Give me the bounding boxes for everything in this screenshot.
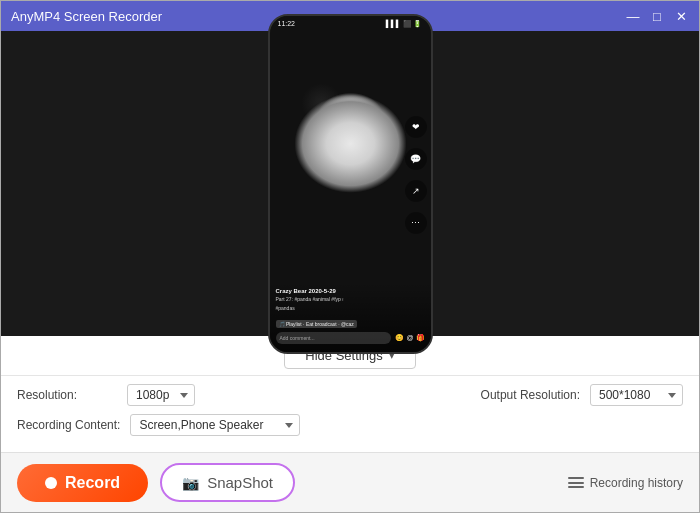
resolution-select-wrapper: 1080p 720p 480p [127, 384, 195, 406]
resolution-select[interactable]: 1080p 720p 480p [127, 384, 195, 406]
record-label: Record [65, 474, 120, 492]
video-tags: #pandas [276, 305, 425, 311]
record-button[interactable]: Record [17, 464, 148, 502]
recording-history-label: Recording history [590, 476, 683, 490]
video-title: Crazy Bear 2020-5-29 [276, 288, 425, 294]
recording-history-button[interactable]: Recording history [568, 476, 683, 490]
record-dot-icon [45, 477, 57, 489]
video-playlist: 🎵 Playlist · Eat broadcast · @caz [276, 320, 357, 328]
recording-content-row: Recording Content: Screen,Phone Speaker … [17, 414, 683, 436]
like-icon: ❤ [405, 116, 427, 138]
minimize-button[interactable]: — [625, 10, 641, 23]
recording-content-label: Recording Content: [17, 418, 120, 432]
comment-placeholder: Add comment... [280, 335, 315, 341]
emoji-icon: 😊 [395, 334, 404, 342]
action-bar: Record 📷 SnapShot Recording history [1, 452, 699, 512]
more-icon: ⋯ [405, 212, 427, 234]
settings-panel: Resolution: 1080p 720p 480p Output Resol… [1, 375, 699, 452]
output-resolution-select[interactable]: 500*1080 1080*1920 720*1280 [590, 384, 683, 406]
close-button[interactable]: ✕ [673, 10, 689, 23]
app-window: AnyMP4 Screen Recorder — □ ✕ 11:22 ▌▌▌ ⬛… [0, 0, 700, 513]
gift-icon: 🎁 [416, 334, 425, 342]
phone-time: 11:22 [278, 20, 296, 28]
phone-screen: 11:22 ▌▌▌ ⬛ 🔋 ❤ 💬 ↗ ⋯ Crazy Bear 2020-5-… [270, 16, 431, 352]
recording-content-select-wrapper: Screen,Phone Speaker Screen only Screen,… [130, 414, 300, 436]
phone-signal: ▌▌▌ ⬛ 🔋 [386, 20, 423, 28]
video-info-overlay: Crazy Bear 2020-5-29 Part 27: #panda #an… [270, 282, 431, 352]
at-icon: @ [406, 334, 413, 342]
phone-status-bar: 11:22 ▌▌▌ ⬛ 🔋 [270, 20, 431, 28]
output-resolution-select-wrapper: 500*1080 1080*1920 720*1280 [590, 384, 683, 406]
output-resolution-label: Output Resolution: [481, 388, 580, 402]
comment-icons: 😊 @ 🎁 [395, 334, 424, 342]
camera-icon: 📷 [182, 475, 199, 491]
window-controls: — □ ✕ [625, 10, 689, 23]
resolution-row: Resolution: 1080p 720p 480p Output Resol… [17, 384, 683, 406]
snapshot-label: SnapShot [207, 474, 273, 491]
recording-content-select[interactable]: Screen,Phone Speaker Screen only Screen,… [130, 414, 300, 436]
maximize-button[interactable]: □ [649, 10, 665, 23]
comment-icon: 💬 [405, 148, 427, 170]
comment-bar: Add comment... 😊 @ 🎁 [276, 332, 425, 344]
video-desc: Part 27: #panda #animal #fyp♀ [276, 296, 425, 302]
resolution-label: Resolution: [17, 388, 117, 402]
preview-area: 11:22 ▌▌▌ ⬛ 🔋 ❤ 💬 ↗ ⋯ Crazy Bear 2020-5-… [1, 31, 699, 336]
phone-mockup: 11:22 ▌▌▌ ⬛ 🔋 ❤ 💬 ↗ ⋯ Crazy Bear 2020-5-… [268, 14, 433, 354]
tiktok-sidebar: ❤ 💬 ↗ ⋯ [405, 116, 427, 234]
share-icon: ↗ [405, 180, 427, 202]
snapshot-button[interactable]: 📷 SnapShot [160, 463, 295, 502]
comment-input[interactable]: Add comment... [276, 332, 392, 344]
hamburger-icon [568, 477, 584, 488]
